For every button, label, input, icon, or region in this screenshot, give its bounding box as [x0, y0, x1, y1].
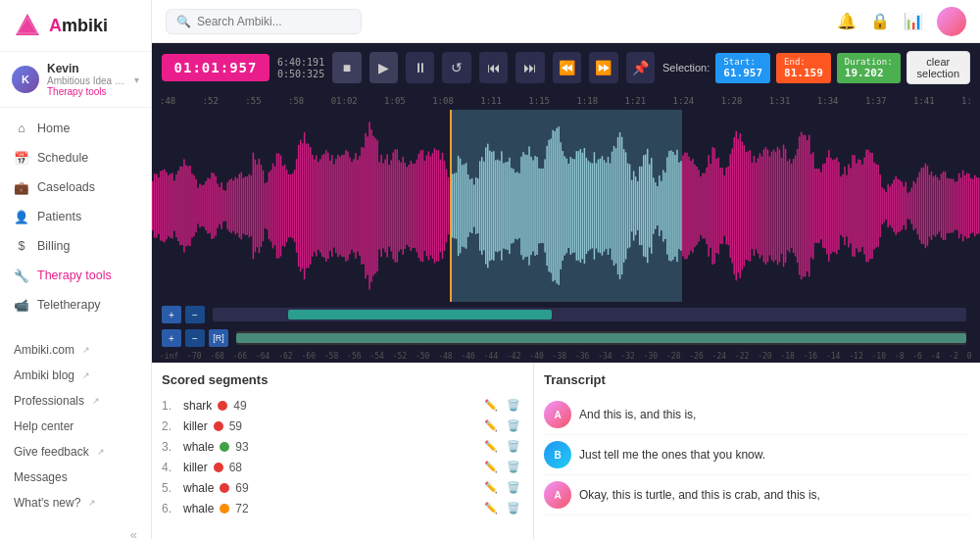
svg-rect-175 — [493, 151, 495, 261]
svg-rect-325 — [789, 159, 791, 252]
pin-button[interactable]: 📌 — [626, 52, 655, 83]
svg-rect-254 — [649, 165, 651, 248]
chart-icon[interactable]: 📊 — [904, 12, 923, 30]
svg-rect-336 — [810, 154, 812, 257]
nav-item-caseloads[interactable]: 💼 Caseloads — [0, 172, 151, 202]
search-input[interactable] — [197, 15, 351, 28]
ext-link-whats-new[interactable]: What's new? ↗ — [0, 490, 151, 515]
segment-edit-button[interactable]: ✏️ — [481, 439, 501, 454]
svg-rect-176 — [495, 160, 497, 251]
svg-rect-339 — [816, 169, 818, 243]
svg-rect-253 — [647, 149, 649, 263]
svg-rect-170 — [483, 162, 485, 251]
segment-delete-button[interactable]: 🗑️ — [504, 501, 523, 515]
ext-link-help[interactable]: Help center — [0, 414, 151, 439]
segment-delete-button[interactable]: 🗑️ — [504, 460, 523, 474]
nav-item-billing[interactable]: $ Billing — [0, 231, 151, 261]
svg-rect-209 — [560, 142, 562, 270]
svg-rect-124 — [392, 153, 394, 260]
svg-rect-295 — [729, 154, 731, 258]
ext-link-ambiki-com[interactable]: Ambiki.com ↗ — [0, 337, 151, 363]
next-button[interactable]: ⏩ — [589, 52, 617, 83]
zoom-in-2-button[interactable]: + — [162, 329, 181, 347]
svg-rect-249 — [639, 167, 641, 245]
segment-edit-button[interactable]: ✏️ — [481, 398, 501, 413]
segment-edit-button[interactable]: ✏️ — [481, 501, 501, 515]
skip-back-button[interactable]: ⏮ — [479, 52, 508, 83]
skip-fwd-button[interactable]: ⏭ — [515, 52, 544, 83]
db-mark: -66 — [233, 352, 247, 361]
ext-link-messages[interactable]: Messages — [0, 465, 151, 490]
svg-rect-50 — [247, 176, 249, 235]
waveform-container[interactable] — [152, 110, 980, 302]
svg-rect-51 — [249, 174, 251, 238]
zoom-in-button[interactable]: + — [162, 306, 181, 323]
nav-item-home[interactable]: ⌂ Home — [0, 114, 151, 143]
pause-button[interactable]: ⏸ — [406, 52, 434, 83]
ext-link-professionals[interactable]: Professionals ↗ — [0, 388, 151, 414]
svg-rect-355 — [848, 165, 850, 248]
svg-rect-182 — [507, 162, 509, 250]
ext-link-blog[interactable]: Ambiki blog ↗ — [0, 363, 151, 388]
ext-label: What's new? — [14, 496, 80, 510]
svg-rect-154 — [452, 174, 454, 238]
segment-actions: ✏️ 🗑️ — [481, 501, 523, 515]
segment-delete-button[interactable]: 🗑️ — [504, 398, 523, 413]
db-scrollbar[interactable] — [236, 331, 966, 345]
zoom-out-button[interactable]: − — [185, 306, 205, 323]
nav-item-patients[interactable]: 👤 Patients — [0, 202, 151, 231]
nav-item-schedule[interactable]: 📅 Schedule — [0, 143, 151, 172]
svg-rect-87 — [319, 159, 321, 252]
svg-rect-222 — [586, 158, 588, 254]
user-avatar-top[interactable] — [937, 7, 966, 36]
svg-rect-68 — [282, 166, 284, 245]
svg-rect-283 — [706, 168, 708, 244]
svg-rect-379 — [895, 176, 897, 235]
svg-rect-45 — [237, 178, 239, 232]
segment-edit-button[interactable]: ✏️ — [481, 460, 501, 474]
scrollbar[interactable] — [213, 308, 966, 321]
nav-item-teletherapy[interactable]: 📹 Teletherapy — [0, 290, 151, 319]
segment-delete-button[interactable]: 🗑️ — [504, 480, 523, 495]
stop-button[interactable]: ■ — [332, 52, 361, 83]
play-button[interactable]: ▶ — [369, 52, 398, 83]
clear-selection-button[interactable]: clear selection — [906, 51, 970, 84]
svg-rect-303 — [746, 152, 748, 260]
zoom-out-2-button[interactable]: − — [185, 329, 205, 347]
reset-button[interactable]: [R] — [209, 329, 228, 347]
prev-button[interactable]: ⏪ — [553, 52, 581, 83]
ruler-mark: :48 — [160, 96, 175, 106]
search-box[interactable]: 🔍 — [166, 9, 362, 34]
db-mark: -8 — [895, 352, 905, 361]
svg-rect-159 — [462, 165, 464, 246]
loop-button[interactable]: ↺ — [442, 52, 470, 83]
transcript-list: A And this is, and this is, B Just tell … — [544, 395, 970, 515]
svg-rect-189 — [520, 157, 522, 255]
nav-item-therapy-tools[interactable]: 🔧 Therapy tools — [0, 261, 151, 290]
svg-rect-321 — [781, 158, 783, 254]
svg-rect-137 — [418, 154, 420, 258]
ext-link-feedback[interactable]: Give feedback ↗ — [0, 439, 151, 465]
svg-rect-362 — [861, 165, 863, 247]
svg-rect-90 — [325, 150, 327, 262]
ruler-mark: :58 — [288, 96, 304, 106]
notification-bell-icon[interactable]: 🔔 — [837, 12, 857, 30]
user-section[interactable]: K Kevin Ambitious Idea Labs (... Therapy… — [0, 52, 151, 108]
svg-rect-96 — [337, 155, 339, 257]
svg-rect-340 — [818, 169, 820, 243]
segment-delete-button[interactable]: 🗑️ — [504, 439, 523, 454]
svg-rect-304 — [748, 151, 750, 260]
svg-rect-399 — [935, 174, 937, 236]
svg-rect-140 — [424, 161, 426, 251]
svg-rect-374 — [885, 192, 887, 220]
score-num: 49 — [233, 399, 257, 413]
svg-rect-31 — [209, 178, 211, 232]
svg-rect-242 — [625, 152, 627, 259]
segment-delete-button[interactable]: 🗑️ — [504, 418, 523, 433]
collapse-sidebar-button[interactable]: « — [0, 519, 151, 539]
segment-edit-button[interactable]: ✏️ — [481, 480, 501, 495]
svg-rect-180 — [503, 163, 505, 248]
segments-title: Scored segments — [162, 372, 523, 387]
segment-edit-button[interactable]: ✏️ — [481, 418, 501, 433]
lock-icon[interactable]: 🔒 — [870, 12, 890, 30]
